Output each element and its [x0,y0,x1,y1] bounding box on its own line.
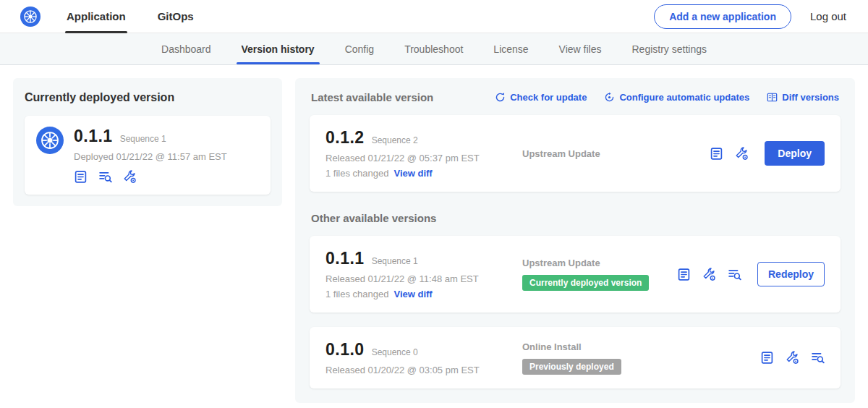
files-changed-label: 1 files changed [326,289,388,299]
add-application-button[interactable]: Add a new application [654,4,791,29]
version-number: 0.1.0 [326,340,365,360]
available-versions-panel: Latest available version Check for updat… [295,78,855,403]
diff-icon [767,92,778,103]
diff-versions-link[interactable]: Diff versions [767,92,839,103]
tab-application[interactable]: Application [67,0,126,33]
subnav-registry-settings[interactable]: Registry settings [617,33,722,64]
available-panel-header: Latest available version Check for updat… [311,91,839,103]
preflight-checks-icon[interactable] [735,147,749,161]
release-notes-icon[interactable] [710,147,723,161]
version-card-0-1-0: 0.1.0 Sequence 0 Released 01/20/22 @ 03:… [310,327,841,388]
configure-automatic-updates-link[interactable]: Configure automatic updates [604,92,749,103]
release-notes-icon[interactable] [74,170,88,184]
currently-deployed-panel: Currently deployed version 0.1.1 Sequenc… [13,78,282,206]
check-for-update-label: Check for update [510,92,587,103]
deployed-version-card: 0.1.1 Sequence 1 Deployed 01/21/22 @ 11:… [25,116,271,195]
subnav-dashboard[interactable]: Dashboard [146,33,226,64]
redeploy-button[interactable]: Redeploy [757,262,825,286]
deploy-button[interactable]: Deploy [765,141,825,166]
deployed-timestamp: Deployed 01/21/22 @ 11:57 am EST [74,151,227,162]
version-source-label: Upstream Update [522,148,702,159]
view-diff-link[interactable]: View diff [393,289,432,299]
version-number: 0.1.2 [326,128,365,148]
deployed-version-number: 0.1.1 [74,127,113,146]
version-card-0-1-1: 0.1.1 Sequence 1 Released 01/21/22 @ 11:… [310,236,841,313]
subnav-view-files[interactable]: View files [544,33,617,64]
version-card-latest: 0.1.2 Sequence 2 Released 01/21/22 @ 05:… [310,115,841,192]
other-versions-title: Other available versions [311,212,839,224]
deployed-sequence-label: Sequence 1 [120,134,166,144]
files-changed-label: 1 files changed [326,168,388,179]
released-timestamp: Released 01/21/22 @ 05:37 pm EST [326,153,515,163]
released-timestamp: Released 01/21/22 @ 11:48 am EST [326,273,515,284]
subnav-version-history[interactable]: Version history [226,33,330,64]
preflight-checks-icon[interactable] [786,351,799,365]
subnav-troubleshoot[interactable]: Troubleshoot [389,33,478,64]
deploy-logs-icon[interactable] [98,170,112,184]
sequence-label: Sequence 1 [372,256,418,266]
deploy-logs-icon[interactable] [728,268,741,281]
subnav-config[interactable]: Config [330,33,389,64]
sequence-label: Sequence 0 [372,347,418,357]
version-source-label: Upstream Update [522,258,670,268]
kubernetes-logo-icon [20,7,41,27]
view-diff-link[interactable]: View diff [393,168,432,179]
main-content: Currently deployed version 0.1.1 Sequenc… [0,65,868,408]
check-for-update-link[interactable]: Check for update [495,92,587,103]
app-subnav: Dashboard Version history Config Trouble… [0,33,868,65]
auto-update-icon [604,92,615,103]
sequence-label: Sequence 2 [372,135,418,145]
previously-deployed-badge: Previously deployed [522,359,621,375]
release-notes-icon[interactable] [760,351,774,365]
preflight-checks-icon[interactable] [123,170,137,184]
logout-link[interactable]: Log out [810,10,846,22]
currently-deployed-badge: Currently deployed version [522,275,649,291]
top-navbar: Application GitOps Add a new application… [0,0,868,33]
preflight-checks-icon[interactable] [702,268,716,281]
refresh-icon [495,92,506,103]
deployed-panel-title: Currently deployed version [25,91,271,104]
version-source-label: Online Install [522,341,753,352]
subnav-license[interactable]: License [478,33,543,64]
deploy-logs-icon[interactable] [811,351,825,365]
diff-versions-label: Diff versions [782,92,839,103]
app-icon [36,127,64,156]
panel-actions: Check for update Configure automatic upd… [495,92,839,103]
released-timestamp: Released 01/20/22 @ 03:05 pm EST [326,365,515,375]
release-notes-icon[interactable] [677,268,691,281]
latest-available-title: Latest available version [311,91,433,103]
topnav-right: Add a new application Log out [654,4,846,29]
tab-gitops[interactable]: GitOps [158,0,194,33]
version-number: 0.1.1 [326,249,365,268]
configure-automatic-updates-label: Configure automatic updates [619,92,749,103]
